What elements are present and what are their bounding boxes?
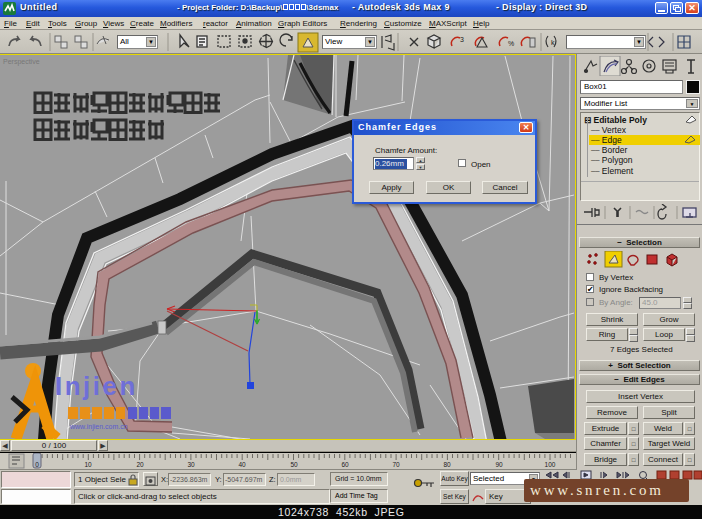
svg-text:50: 50	[290, 461, 298, 468]
svg-text:40: 40	[238, 461, 246, 468]
svg-text:100: 100	[545, 461, 556, 468]
svg-text:0: 0	[35, 461, 39, 468]
svg-text:10: 10	[84, 461, 92, 468]
svg-text:3: 3	[460, 36, 464, 43]
svg-text:60: 60	[341, 461, 349, 468]
svg-text:%: %	[508, 40, 514, 47]
svg-text:80: 80	[443, 461, 451, 468]
svg-text:k: k	[551, 39, 555, 46]
svg-text:Injien: Injien	[55, 371, 138, 401]
svg-text:30: 30	[187, 461, 195, 468]
svg-text:www.injien.com.cn: www.injien.com.cn	[69, 423, 128, 431]
svg-text:70: 70	[392, 461, 400, 468]
svg-text:90: 90	[495, 461, 503, 468]
svg-text:20: 20	[136, 461, 144, 468]
svg-text:Perspective: Perspective	[3, 58, 40, 66]
